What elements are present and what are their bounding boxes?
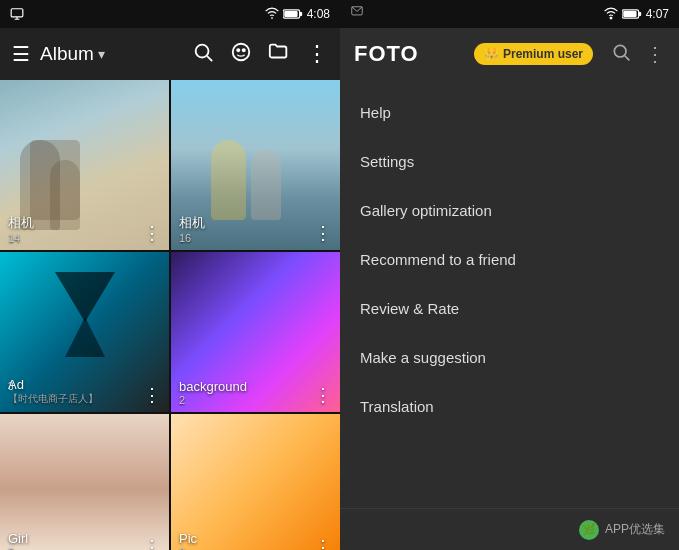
svg-point-15 (614, 45, 626, 57)
svg-line-6 (207, 56, 212, 61)
more-options-icon-right[interactable]: ⋮ (645, 42, 665, 66)
svg-point-1 (271, 17, 273, 19)
menu-item-help[interactable]: Help (340, 88, 679, 137)
crown-icon: 👑 (484, 47, 499, 61)
gallery-item-count: 5 (8, 546, 28, 550)
gallery-item-sublabel: 【时代电商子店人】 (8, 392, 98, 406)
time-right: 4:07 (646, 7, 669, 21)
left-panel: 4:08 ☰ Album ▾ ⋮ (0, 0, 340, 550)
gallery-item-count: 2 (179, 394, 247, 406)
menu-item-suggestion[interactable]: Make a suggestion (340, 333, 679, 382)
gallery-item[interactable]: background 2 ⋮ (171, 252, 340, 412)
premium-badge[interactable]: 👑 Premium user (474, 43, 593, 65)
gallery-item[interactable]: Ad 【时代电商子店人】 3 ⋮ (0, 252, 169, 412)
search-icon-right[interactable] (611, 42, 631, 67)
gallery-item-name: Pic (179, 531, 197, 546)
watermark-icon: 🌿 (579, 520, 599, 540)
app-notification-icon (350, 5, 364, 23)
gallery-item-label-group: Girl 5 (8, 531, 28, 550)
svg-point-11 (610, 17, 612, 19)
notification-icons (10, 7, 24, 21)
gallery-item-count: 3 (8, 381, 14, 392)
app-title: FOTO (354, 41, 464, 67)
app-toolbar: FOTO 👑 Premium user ⋮ (340, 28, 679, 80)
svg-point-8 (237, 49, 239, 51)
bottom-bar: 🌿 APP优选集 (340, 508, 679, 550)
gallery-item[interactable]: Pic 8 ⋮ (171, 414, 340, 550)
svg-point-7 (233, 43, 250, 60)
gallery-item[interactable]: 相机 14 ⋮ (0, 80, 169, 250)
gallery-item[interactable]: Girl 5 ⋮ (0, 414, 169, 550)
item-more-icon[interactable]: ⋮ (143, 222, 161, 244)
album-title-group: Album ▾ (40, 43, 182, 65)
menu-item-review-rate[interactable]: Review & Rate (340, 284, 679, 333)
menu-item-settings[interactable]: Settings (340, 137, 679, 186)
svg-rect-4 (284, 11, 297, 17)
gallery-item-name: 相机 (179, 214, 205, 232)
gallery-item-name: 相机 (8, 214, 34, 232)
svg-rect-0 (11, 9, 23, 17)
status-icons-left: 4:08 (265, 7, 330, 21)
svg-point-5 (196, 44, 209, 57)
watermark-text: APP优选集 (605, 521, 665, 538)
album-title: Album (40, 43, 94, 65)
hamburger-menu-icon[interactable]: ☰ (12, 42, 30, 66)
more-options-icon[interactable]: ⋮ (306, 41, 328, 67)
svg-rect-14 (623, 11, 636, 17)
item-more-icon[interactable]: ⋮ (314, 222, 332, 244)
gallery-item-name: Girl (8, 531, 28, 546)
gallery-item-label-group: Ad 【时代电商子店人】 (8, 377, 98, 406)
gallery-item-label-group: background 2 (179, 379, 247, 406)
menu-item-translation[interactable]: Translation (340, 382, 679, 431)
watermark: 🌿 APP优选集 (579, 520, 665, 540)
gallery-grid: 相机 14 ⋮ 相机 16 ⋮ Ad 【时代电商子店人】 3 ⋮ (0, 80, 340, 550)
folder-icon[interactable] (268, 41, 290, 68)
toolbar-left: ☰ Album ▾ ⋮ (0, 28, 340, 80)
gallery-item-name: background (179, 379, 247, 394)
svg-rect-13 (638, 12, 641, 16)
status-bar-left: 4:08 (0, 0, 340, 28)
toolbar-right-icons: ⋮ (611, 42, 665, 67)
gallery-item-label-group: 相机 14 (8, 214, 34, 244)
gallery-item-label-group: Pic 8 (179, 531, 197, 550)
menu-list: Help Settings Gallery optimization Recom… (340, 80, 679, 508)
status-bar-right: 4:07 (340, 0, 679, 28)
item-more-icon[interactable]: ⋮ (143, 536, 161, 550)
status-icons-right: 4:07 (604, 7, 669, 21)
svg-line-16 (625, 55, 630, 60)
menu-item-gallery-optimization[interactable]: Gallery optimization (340, 186, 679, 235)
item-more-icon[interactable]: ⋮ (143, 384, 161, 406)
svg-point-9 (243, 49, 245, 51)
dropdown-arrow-icon[interactable]: ▾ (98, 46, 105, 62)
gallery-item-count: 14 (8, 232, 34, 244)
time-left: 4:08 (307, 7, 330, 21)
toolbar-action-icons: ⋮ (192, 41, 328, 68)
gallery-item-count: 16 (179, 232, 205, 244)
gallery-item-count: 8 (179, 546, 197, 550)
face-icon[interactable] (230, 41, 252, 68)
item-more-icon[interactable]: ⋮ (314, 384, 332, 406)
svg-rect-3 (299, 12, 302, 16)
premium-label: Premium user (503, 47, 583, 61)
gallery-item-label-group: 相机 16 (179, 214, 205, 244)
right-panel: 4:07 FOTO 👑 Premium user ⋮ Help Settings… (340, 0, 679, 550)
search-icon[interactable] (192, 41, 214, 68)
gallery-item[interactable]: 相机 16 ⋮ (171, 80, 340, 250)
item-more-icon[interactable]: ⋮ (314, 536, 332, 550)
gallery-item-name: Ad (8, 377, 98, 392)
menu-item-recommend[interactable]: Recommend to a friend (340, 235, 679, 284)
